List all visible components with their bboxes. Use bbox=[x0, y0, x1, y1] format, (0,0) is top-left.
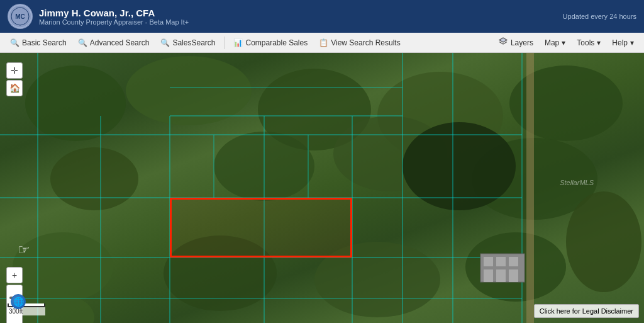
help-label: Help bbox=[612, 38, 628, 47]
view-results-button[interactable]: 📋 View Search Results bbox=[314, 36, 406, 50]
map-container[interactable]: ✛ 🏠 + − ☞ StellarMLS 🌐 300ft Click here … bbox=[0, 53, 644, 323]
scale-label: 300ft bbox=[8, 307, 45, 315]
layers-label: Layers bbox=[511, 38, 533, 47]
svg-text:MC: MC bbox=[15, 13, 25, 20]
legal-disclaimer-button[interactable]: Click here for Legal Disclaimer bbox=[534, 304, 639, 318]
view-results-label: View Search Results bbox=[331, 38, 401, 47]
help-chevron-icon: ▾ bbox=[630, 38, 634, 47]
app-subtitle: Marion County Property Appraiser - Beta … bbox=[39, 18, 189, 26]
selected-parcel bbox=[170, 198, 352, 258]
toolbar-separator-1 bbox=[224, 37, 225, 49]
tools-button[interactable]: Tools ▾ bbox=[572, 36, 606, 50]
home-button[interactable]: 🏠 bbox=[6, 80, 23, 96]
scale-bar: 🌐 300ft bbox=[8, 285, 45, 315]
grid-icon: 📋 bbox=[319, 38, 328, 47]
header-title: Jimmy H. Cowan, Jr., CFA Marion County P… bbox=[39, 8, 189, 26]
update-notice: Updated every 24 hours bbox=[563, 13, 636, 20]
toolbar: 🔍 Basic Search 🔍 Advanced Search 🔍 Sales… bbox=[0, 33, 644, 53]
comparable-sales-label: Comparable Sales bbox=[245, 38, 308, 47]
layers-icon bbox=[498, 37, 508, 48]
map-button[interactable]: Map ▾ bbox=[540, 36, 570, 50]
search-icon-3: 🔍 bbox=[160, 38, 170, 47]
pan-button[interactable]: ✛ bbox=[6, 62, 23, 79]
basic-search-button[interactable]: 🔍 Basic Search bbox=[5, 36, 72, 50]
tools-label: Tools bbox=[577, 38, 594, 47]
basic-search-label: Basic Search bbox=[22, 38, 67, 47]
advanced-search-button[interactable]: 🔍 Advanced Search bbox=[73, 36, 155, 50]
watermark: StellarMLS bbox=[560, 179, 594, 186]
comparable-sales-button[interactable]: 📊 Comparable Sales bbox=[228, 36, 313, 50]
sales-search-label: SalesSearch bbox=[172, 38, 215, 47]
map-background bbox=[0, 53, 644, 323]
tools-chevron-icon: ▾ bbox=[597, 38, 601, 47]
logo-seal: MC bbox=[8, 4, 33, 29]
map-label: Map bbox=[545, 38, 559, 47]
app-header: MC Jimmy H. Cowan, Jr., CFA Marion Count… bbox=[0, 0, 644, 33]
header-left: MC Jimmy H. Cowan, Jr., CFA Marion Count… bbox=[8, 4, 189, 29]
road-vertical bbox=[526, 53, 534, 323]
search-icon: 🔍 bbox=[10, 38, 19, 47]
map-pan-controls: ✛ 🏠 bbox=[6, 62, 23, 96]
help-button[interactable]: Help ▾ bbox=[607, 36, 639, 50]
app-name: Jimmy H. Cowan, Jr., CFA bbox=[39, 8, 189, 18]
layers-button[interactable]: Layers bbox=[493, 34, 538, 51]
zoom-in-button[interactable]: + bbox=[6, 267, 23, 283]
map-chevron-icon: ▾ bbox=[562, 38, 565, 47]
chart-icon: 📊 bbox=[233, 38, 243, 47]
sales-search-button[interactable]: 🔍 SalesSearch bbox=[155, 36, 220, 50]
advanced-search-label: Advanced Search bbox=[90, 38, 150, 47]
search-icon-2: 🔍 bbox=[78, 38, 87, 47]
toolbar-right: Layers Map ▾ Tools ▾ Help ▾ bbox=[493, 34, 639, 51]
globe-icon: 🌐 bbox=[11, 294, 26, 309]
